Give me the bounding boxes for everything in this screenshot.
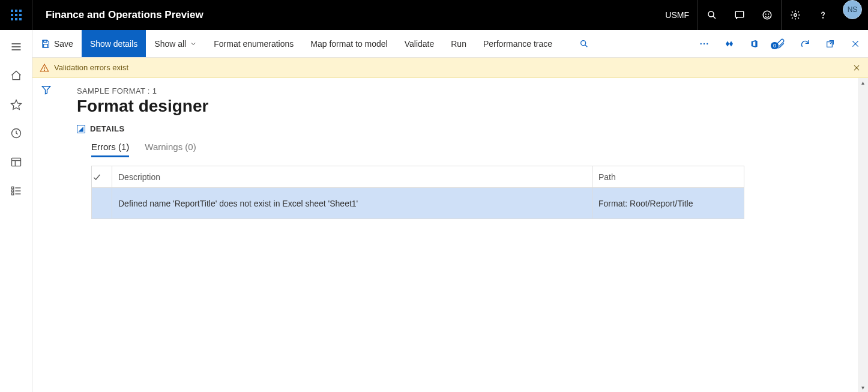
- row-selector[interactable]: [92, 188, 112, 219]
- tab-warnings[interactable]: Warnings (0): [145, 142, 196, 157]
- waffle-icon: [11, 10, 22, 20]
- shell: Save Show details Show all Format enumer…: [0, 30, 868, 392]
- save-label: Save: [54, 39, 73, 49]
- save-icon: [41, 39, 50, 49]
- vertical-scrollbar[interactable]: ▴ ▾: [858, 78, 868, 392]
- errors-grid-wrapper: Description Path Defined name 'ReportTit…: [77, 166, 847, 219]
- tab-errors[interactable]: Errors (1): [91, 142, 129, 157]
- banner-close-button[interactable]: [852, 64, 861, 72]
- nav-favorites[interactable]: [2, 91, 31, 118]
- svg-rect-22: [44, 40, 47, 42]
- validate-button[interactable]: Validate: [396, 30, 443, 57]
- office-icon: [750, 38, 759, 49]
- svg-marker-11: [11, 100, 21, 110]
- run-button[interactable]: Run: [442, 30, 475, 57]
- svg-point-6: [794, 14, 797, 17]
- errors-grid: Description Path Defined name 'ReportTit…: [91, 166, 744, 219]
- svg-point-0: [708, 11, 714, 17]
- filter-column: [32, 78, 60, 392]
- global-header: Finance and Operations Preview USMF NS: [0, 0, 868, 30]
- modules-icon: [10, 185, 22, 197]
- svg-rect-23: [44, 44, 48, 47]
- warning-icon: [40, 63, 49, 73]
- checkmark-icon: [92, 172, 101, 182]
- grid-header-row: Description Path: [92, 166, 744, 188]
- map-format-label: Map format to model: [310, 39, 387, 49]
- svg-point-34: [44, 70, 44, 70]
- svg-line-25: [585, 44, 588, 47]
- smiley-icon: [762, 10, 773, 20]
- chat-icon: [734, 10, 745, 20]
- select-all-header[interactable]: [92, 166, 112, 188]
- show-details-button[interactable]: Show details: [82, 30, 146, 57]
- page-title: Format designer: [77, 97, 847, 116]
- cell-description[interactable]: Defined name 'ReportTitle' does not exis…: [112, 188, 592, 219]
- run-label: Run: [451, 39, 466, 49]
- collapse-icon: ◢: [77, 125, 85, 133]
- col-path[interactable]: Path: [592, 166, 744, 188]
- svg-point-7: [822, 17, 823, 18]
- svg-point-26: [701, 43, 702, 44]
- nav-home[interactable]: [2, 62, 31, 89]
- format-enumerations-button[interactable]: Format enumerations: [205, 30, 302, 57]
- details-label: DETAILS: [90, 124, 124, 133]
- nav-modules[interactable]: [2, 178, 31, 204]
- actionbar-search-button[interactable]: [571, 30, 597, 57]
- settings-button[interactable]: [782, 0, 809, 30]
- app-launcher-button[interactable]: [0, 0, 32, 30]
- help-button[interactable]: [809, 0, 837, 30]
- company-code[interactable]: USMF: [657, 0, 698, 30]
- popout-icon: [825, 39, 835, 49]
- nav-collapse-button[interactable]: [2, 34, 31, 60]
- attachments-button[interactable]: 0: [767, 38, 792, 49]
- star-icon: [10, 98, 22, 110]
- page-content: SAMPLE FORMAT : 1 Format designer ◢ DETA…: [60, 78, 858, 392]
- user-avatar[interactable]: NS: [843, 0, 862, 19]
- filter-pane-button[interactable]: [41, 84, 52, 392]
- feedback-button[interactable]: [753, 0, 781, 30]
- attachments-badge: 0: [771, 42, 779, 49]
- search-icon: [579, 39, 589, 49]
- col-description[interactable]: Description: [112, 166, 592, 188]
- format-enumerations-label: Format enumerations: [214, 39, 294, 49]
- close-page-button[interactable]: [843, 39, 868, 49]
- help-icon: [818, 10, 828, 20]
- svg-point-27: [704, 43, 705, 44]
- navigation-rail: [0, 30, 32, 392]
- nav-recent[interactable]: [2, 120, 31, 146]
- cell-path[interactable]: Format: Root/Report/Title: [592, 188, 744, 219]
- svg-line-1: [713, 16, 716, 19]
- refresh-button[interactable]: [792, 38, 818, 49]
- popout-button[interactable]: [818, 39, 843, 49]
- map-format-button[interactable]: Map format to model: [302, 30, 396, 57]
- svg-rect-13: [11, 158, 20, 166]
- svg-point-5: [768, 14, 769, 14]
- banner-message: Validation errors exist: [54, 63, 128, 72]
- dataverse-button[interactable]: [717, 38, 742, 49]
- show-all-label: Show all: [154, 39, 186, 49]
- scroll-down-icon: ▾: [861, 384, 864, 391]
- details-section-header[interactable]: ◢ DETAILS: [77, 124, 847, 133]
- show-all-button[interactable]: Show all: [146, 30, 205, 57]
- validation-banner: Validation errors exist: [32, 58, 868, 78]
- filter-icon: [41, 84, 52, 95]
- content-row: SAMPLE FORMAT : 1 Format designer ◢ DETA…: [32, 78, 868, 392]
- svg-marker-37: [42, 86, 50, 94]
- search-button[interactable]: [698, 0, 726, 30]
- details-tabs: Errors (1) Warnings (0): [77, 142, 847, 157]
- refresh-icon: [800, 38, 810, 49]
- nav-workspaces[interactable]: [2, 149, 31, 175]
- breadcrumb: SAMPLE FORMAT : 1: [77, 86, 847, 95]
- hamburger-icon: [10, 41, 22, 53]
- svg-rect-2: [735, 11, 744, 17]
- grid-row[interactable]: Defined name 'ReportTitle' does not exis…: [92, 188, 744, 219]
- svg-rect-16: [11, 187, 13, 188]
- office-button[interactable]: [742, 38, 767, 49]
- messages-button[interactable]: [726, 0, 753, 30]
- save-button[interactable]: Save: [32, 30, 82, 57]
- scroll-up-icon: ▴: [861, 79, 864, 86]
- gear-icon: [790, 10, 801, 20]
- more-options-button[interactable]: [692, 38, 717, 49]
- chevron-down-icon: [190, 40, 197, 47]
- performance-trace-button[interactable]: Performance trace: [475, 30, 561, 57]
